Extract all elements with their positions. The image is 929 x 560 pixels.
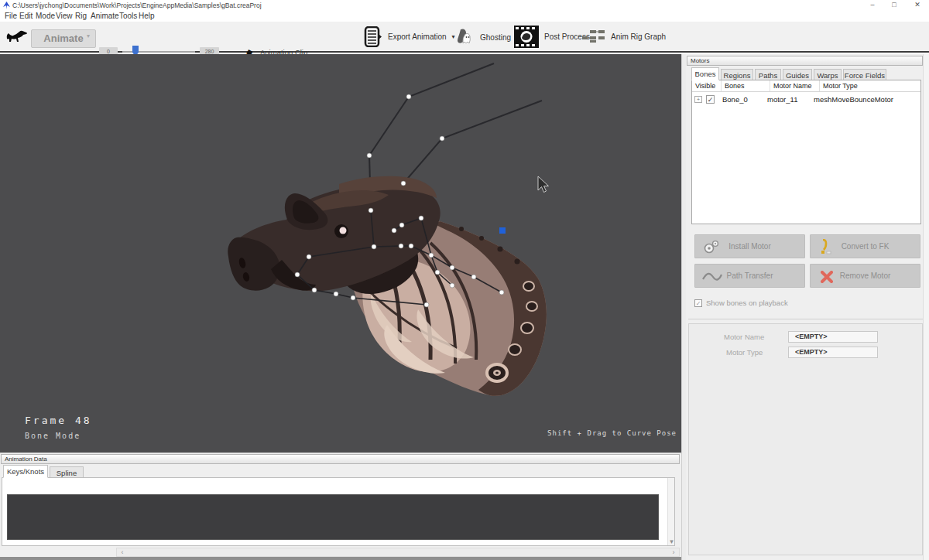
export-animation-button[interactable]: Export Animation ▾ <box>364 26 455 47</box>
bone-joint <box>369 208 373 213</box>
col-motor-type[interactable]: Motor Type <box>820 80 920 91</box>
eye-highlight <box>340 227 347 234</box>
convert-to-fk-icon <box>820 239 832 255</box>
bone-joint <box>351 295 355 300</box>
show-bones-checkbox[interactable]: ✓ <box>694 299 702 307</box>
maximize-button[interactable]: □ <box>887 0 901 10</box>
app-icon <box>3 2 10 9</box>
motors-panel: Motors Bones Regions Paths Guides Warps … <box>686 54 929 560</box>
keys-vertical-scrollbar[interactable]: ▾ <box>667 478 674 545</box>
row-visible-checkbox[interactable]: ✓ <box>706 95 715 104</box>
menu-animate[interactable]: Animate <box>91 12 119 20</box>
keys-editor-area[interactable]: ▾ <box>2 477 675 546</box>
keys-track-strip[interactable] <box>7 494 659 540</box>
convert-to-fk-button[interactable]: Convert to FK <box>810 234 920 258</box>
motor-properties-section: Motor Name <EMPTY> Motor Type <EMPTY> <box>688 323 923 555</box>
show-bones-option[interactable]: ✓ Show bones on playback <box>694 299 788 307</box>
viewport-canvas[interactable]: Frame 48 Bone Mode Shift + Drag to Curve… <box>0 54 681 452</box>
mouse-cursor-icon <box>538 176 549 193</box>
bone-joint <box>471 275 476 279</box>
bone-joint <box>392 228 396 233</box>
window-title: C:\Users\jychong\Documents\Work\Projects… <box>12 2 262 9</box>
ghosting-label: Ghosting <box>480 33 511 42</box>
path-transfer-button[interactable]: Path Transfer <box>694 264 805 288</box>
bone-joint <box>334 292 338 296</box>
motors-table: Visible Bones Motor Name Motor Type + ✓ … <box>691 80 921 224</box>
bone-joint <box>419 216 423 220</box>
menu-mode[interactable]: Mode <box>36 12 55 20</box>
selection-dot[interactable] <box>499 227 506 234</box>
minimize-button[interactable]: – <box>866 0 879 10</box>
scroll-right-icon[interactable]: › <box>670 548 677 557</box>
ghosting-button[interactable]: Ghosting <box>455 28 511 47</box>
tab-spline[interactable]: Spline <box>50 466 84 478</box>
menu-view[interactable]: View <box>56 12 73 20</box>
menu-rig[interactable]: Rig <box>75 12 87 20</box>
bone-joint <box>399 223 404 227</box>
animation-data-header[interactable]: Animation Data <box>1 454 680 464</box>
bone-joint <box>450 265 454 270</box>
col-motor-name[interactable]: Motor Name <box>770 80 820 91</box>
menu-file[interactable]: File <box>5 12 17 20</box>
convert-to-fk-label: Convert to FK <box>842 242 890 251</box>
bone-joint <box>440 136 444 141</box>
menu-edit[interactable]: Edit <box>19 12 33 20</box>
install-motor-icon <box>703 240 720 254</box>
scroll-left-icon[interactable]: ‹ <box>118 548 126 557</box>
col-bones[interactable]: Bones <box>722 80 770 91</box>
expand-row-icon[interactable]: + <box>694 96 702 103</box>
post-process-icon <box>514 26 539 48</box>
bone-joint <box>450 283 454 288</box>
motors-panel-header[interactable]: Motors <box>687 56 923 66</box>
motors-table-header: Visible Bones Motor Name Motor Type <box>692 80 920 92</box>
motor-type-field[interactable]: <EMPTY> <box>788 347 878 358</box>
remove-motor-label: Remove Motor <box>840 271 891 280</box>
anim-rig-graph-label: Anim Rig Graph <box>611 32 666 41</box>
remove-motor-button[interactable]: Remove Motor <box>810 264 920 288</box>
chevron-down-icon: ▾ <box>87 32 90 39</box>
export-animation-label: Export Animation <box>388 32 447 41</box>
app-window: C:\Users\jychong\Documents\Work\Projects… <box>0 0 929 560</box>
bone-joint <box>312 288 317 292</box>
tab-keys-knots[interactable]: Keys/Knots <box>3 465 48 478</box>
bone-joint <box>406 94 411 99</box>
animation-data-panel: Animation Data Keys/Knots Spline ▾ ‹ › <box>0 452 681 560</box>
motor-name-field[interactable]: <EMPTY> <box>788 331 878 343</box>
bone-joint <box>295 272 300 277</box>
remove-motor-icon <box>821 271 833 283</box>
horizontal-scrollbar[interactable]: ‹ › <box>116 548 680 557</box>
export-animation-icon <box>364 26 382 47</box>
creature-scene <box>0 54 681 452</box>
gesture-hint-label: Shift + Drag to Curve Pose <box>547 429 677 437</box>
section-divider <box>688 319 923 319</box>
path-transfer-label: Path Transfer <box>726 271 773 280</box>
install-motor-button[interactable]: Install Motor <box>694 234 805 258</box>
tab-force-fields[interactable]: Force Fields <box>843 69 886 80</box>
tab-bones[interactable]: Bones <box>691 67 719 80</box>
ghosting-icon <box>455 28 475 47</box>
scroll-down-icon[interactable]: ▾ <box>668 538 675 545</box>
tab-regions[interactable]: Regions <box>721 69 753 80</box>
bone-joint <box>401 181 406 186</box>
show-bones-label: Show bones on playback <box>706 299 788 307</box>
col-visible[interactable]: Visible <box>692 80 722 91</box>
close-button[interactable]: ✕ <box>910 0 924 10</box>
menu-tools[interactable]: Tools <box>119 12 137 20</box>
tab-paths[interactable]: Paths <box>755 69 781 80</box>
creature-logo-icon <box>6 29 28 44</box>
tab-guides[interactable]: Guides <box>783 69 812 80</box>
anim-rig-graph-icon <box>582 29 605 43</box>
bone-joint <box>367 153 372 158</box>
bone-joint <box>429 253 434 258</box>
titlebar: C:\Users\jychong\Documents\Work\Projects… <box>0 0 929 11</box>
panel-scrollbar[interactable] <box>923 54 929 560</box>
post-process-button[interactable]: Post Process <box>514 26 590 48</box>
table-row[interactable]: + ✓ Bone_0 motor_11 meshMoveBounceMotor <box>692 92 920 106</box>
menu-help[interactable]: Help <box>139 12 155 20</box>
anim-rig-graph-button[interactable]: Anim Rig Graph <box>582 29 666 43</box>
cell-bone-name: Bone_0 <box>719 94 764 105</box>
tab-warps[interactable]: Warps <box>814 69 842 80</box>
toolbar: Animate ▾ 0 280 |◀ ◀| ▶| ▶▶ ◈ 48 ◆ Anima… <box>0 22 929 53</box>
bone-joint <box>499 290 504 295</box>
install-motor-label: Install Motor <box>728 242 770 251</box>
